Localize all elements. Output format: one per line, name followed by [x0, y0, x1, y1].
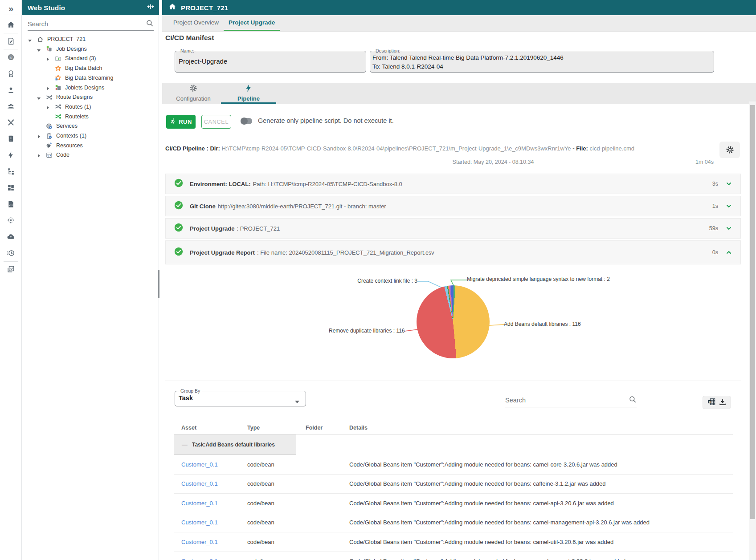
asset-link[interactable]: Customer_0.1	[181, 558, 218, 560]
dashboard-icon[interactable]	[0, 181, 22, 195]
vertical-scrollbar[interactable]	[749, 101, 756, 560]
tree-item-big-data-streaming[interactable]: Big Data Streaming	[22, 73, 159, 83]
group-by-value: Task	[175, 394, 306, 402]
pipeline-settings-button[interactable]	[719, 142, 740, 158]
table-row: Customer_0.1code/beanCode/Global Beans i…	[174, 494, 733, 513]
tree-item-project-721[interactable]: PROJECT_721	[22, 34, 159, 44]
description-field[interactable]: Description: From: Talend Talend Real-ti…	[370, 48, 714, 73]
column-asset: Asset	[181, 425, 247, 431]
chevron-down-icon[interactable]	[725, 180, 732, 187]
description-field-label: Description:	[374, 48, 402, 53]
caret-right-icon[interactable]	[46, 105, 50, 109]
tree-item-services[interactable]: Services	[22, 121, 159, 131]
generate-only-toggle[interactable]	[241, 118, 252, 124]
tree-item-routelets[interactable]: Routelets	[22, 112, 159, 122]
pie-label-remove-duplicate-libraries: Remove duplicate libraries : 116	[329, 328, 405, 334]
tree-item-standard-3-[interactable]: Standard (3)	[22, 53, 159, 63]
pipeline-step-environment-local-[interactable]: Environment: LOCAL:Path: H:\TCMP\tcmp-R2…	[165, 174, 741, 194]
caret-down-icon[interactable]	[28, 37, 33, 41]
type-cell: code/bean	[247, 461, 306, 468]
manifest-subtabs: Configuration Pipeline	[162, 83, 756, 104]
caret-down-icon[interactable]	[37, 95, 41, 99]
lightning-icon[interactable]	[0, 148, 22, 162]
routes-icon	[54, 103, 61, 110]
collapse-panel-icon[interactable]	[147, 3, 155, 12]
tools-icon[interactable]	[0, 116, 22, 129]
tree-item-resources[interactable]: Resources	[22, 141, 159, 150]
pipeline-step-git-clone[interactable]: Git Clonehttp://gitea:3080/middle-earth/…	[165, 196, 741, 216]
column-type: Type	[247, 425, 306, 431]
users-icon[interactable]	[0, 100, 22, 113]
tab-pipeline[interactable]: Pipeline	[221, 83, 276, 104]
report-icon[interactable]	[0, 197, 22, 211]
tree-item-big-data-batch[interactable]: Big Data Batch	[22, 63, 159, 73]
doc-edit-icon[interactable]	[0, 34, 22, 48]
double-chevron-icon[interactable]: »	[0, 2, 22, 15]
tab-project-overview[interactable]: Project Overview	[168, 15, 224, 31]
table-rows: Customer_0.1code/beanCode/Global Beans i…	[174, 455, 733, 560]
chevron-up-icon[interactable]	[725, 249, 732, 256]
tree-search-input[interactable]: Search	[28, 18, 154, 31]
asset-link[interactable]: Customer_0.1	[181, 519, 218, 526]
joblet-icon	[54, 84, 61, 91]
talend-logo-icon[interactable]: t	[0, 51, 22, 64]
name-field[interactable]: Name: Project-Upgrade	[175, 48, 366, 73]
group-by-select[interactable]: Group By Task	[175, 388, 306, 406]
pie-label-migrate-depricated-simple-lang: Migrate depricated simple language synta…	[467, 276, 610, 282]
main-tabs: Project Overview Project Upgrade	[162, 15, 756, 32]
tree-item-routes-1-[interactable]: Routes (1)	[22, 102, 159, 112]
scrollbar-thumb[interactable]	[750, 105, 755, 519]
caret-down-icon[interactable]	[37, 47, 41, 51]
badge-icon[interactable]	[0, 67, 22, 80]
user-icon[interactable]	[0, 83, 22, 97]
generate-only-label: Generate only pipeline script. Do not ex…	[258, 117, 394, 124]
pipeline-step-project-upgrade-report[interactable]: Project Upgrade Report: File name: 20240…	[165, 240, 741, 264]
caret-right-icon[interactable]	[37, 153, 41, 157]
report-search-input[interactable]: Search	[505, 394, 637, 407]
excel-icon: x	[707, 398, 716, 407]
check-circle-icon	[174, 247, 184, 258]
tab-configuration[interactable]: Configuration	[166, 83, 221, 104]
tree-item-route-designs[interactable]: Route Designs	[22, 92, 159, 102]
archive-icon[interactable]	[0, 132, 22, 146]
pipeline-started-time: Started: May 20, 2024 - 08:10:34	[409, 159, 578, 165]
history-icon[interactable]	[0, 246, 22, 260]
asset-link[interactable]: Customer_0.1	[181, 539, 218, 545]
home-icon[interactable]	[0, 18, 22, 32]
asset-link[interactable]: Customer_0.1	[181, 500, 218, 507]
export-excel-button[interactable]: x	[703, 396, 731, 409]
asset-link[interactable]: Customer_0.1	[181, 480, 218, 487]
caret-right-icon[interactable]	[46, 85, 50, 90]
caret-right-icon[interactable]	[46, 56, 50, 61]
tree-item-code[interactable]: Code	[22, 150, 159, 160]
step-text: : File name: 20240520081115_PROJECT_721_…	[257, 249, 434, 256]
chevron-down-icon[interactable]	[725, 225, 732, 232]
chevron-down-icon[interactable]	[725, 203, 732, 210]
page-title: CI/CD Manifest	[165, 34, 214, 42]
hierarchy-icon[interactable]	[0, 165, 22, 178]
search-icon	[629, 395, 637, 405]
pipeline-dir: H:\TCMP\tcmp-R2024-05\TCMP-CICD-Sandbox-…	[221, 145, 571, 152]
run-button[interactable]: RUN	[166, 115, 196, 129]
star-orange-icon	[54, 65, 61, 72]
svg-text:x: x	[709, 400, 711, 403]
target-icon[interactable]	[0, 214, 22, 227]
caret-right-icon[interactable]	[37, 134, 41, 138]
pipeline-step-project-upgrade[interactable]: Project Upgrade: PROJECT_72159s	[165, 218, 741, 239]
audit-icon[interactable]	[0, 263, 22, 276]
asset-link[interactable]: Customer_0.1	[181, 461, 218, 468]
cancel-button[interactable]: CANCEL	[201, 115, 231, 129]
tree-item-job-designs[interactable]: Job Designs	[22, 44, 159, 54]
caret-spacer	[46, 76, 50, 80]
details-cell: Code/Global Beans item "Customer":Adding…	[349, 500, 733, 507]
table-header-row: Asset Type Folder Details	[174, 421, 733, 434]
tree-item-joblets-designs[interactable]: Joblets Designs	[22, 83, 159, 93]
tab-project-upgrade[interactable]: Project Upgrade	[224, 15, 280, 31]
group-collapse-toggle[interactable]: — Task:Add Beans default libraries	[174, 434, 296, 455]
panel-resize-handle[interactable]	[158, 270, 159, 298]
table-row: Customer_0.1code/beanCode/Global Beans i…	[174, 475, 733, 494]
cloud-upload-icon[interactable]	[0, 230, 22, 243]
tree-item-contexts-1-[interactable]: Contexts (1)	[22, 131, 159, 141]
rail-divider	[4, 15, 18, 15]
name-field-value: Project-Upgrade	[175, 53, 366, 65]
